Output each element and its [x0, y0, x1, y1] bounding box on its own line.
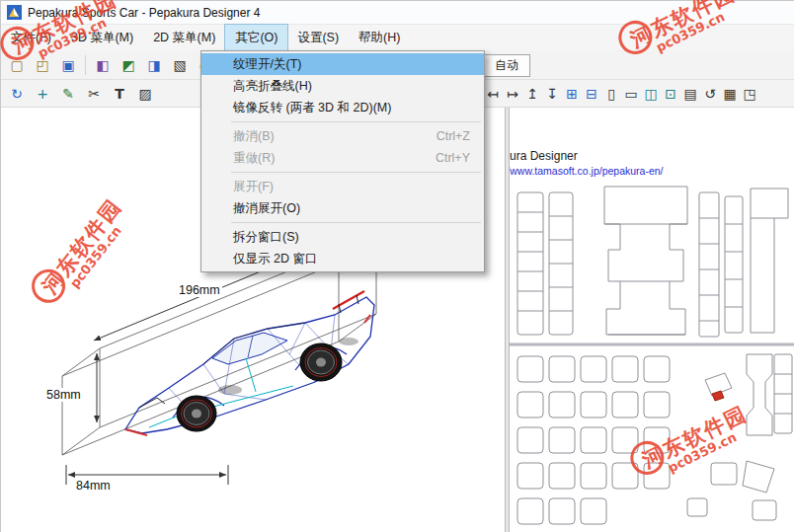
- 2d-viewport[interactable]: Pepakura Designer http://www.tamasoft.co…: [510, 108, 794, 532]
- remove-flap-icon[interactable]: ⊟: [582, 82, 601, 106]
- menu-item-label: 撤消(B): [233, 128, 275, 145]
- app-window: Pepakura Sports Car - Pepakura Designer …: [0, 0, 794, 532]
- pan-view-icon[interactable]: +: [31, 82, 54, 106]
- dim-length-label: 196mm: [177, 283, 222, 297]
- menu-item-label: 拆分窗口(S): [233, 229, 299, 246]
- wireframe-view-icon[interactable]: ◨: [142, 53, 166, 77]
- text-tool-icon[interactable]: T: [108, 82, 131, 106]
- sheet-portrait-icon[interactable]: ▯: [601, 82, 621, 106]
- cube-view-icon[interactable]: ▧: [168, 53, 192, 77]
- menu-item-label: 展开(F): [233, 179, 274, 195]
- toolbar-separator: [85, 55, 86, 75]
- align-right-icon[interactable]: ↦: [503, 82, 522, 106]
- menu-item-settings[interactable]: 设置(S): [287, 25, 349, 50]
- texture-view-icon[interactable]: ◧: [91, 53, 115, 77]
- menu-item-help[interactable]: 帮助(H): [349, 25, 410, 50]
- window-title: Pepakura Sports Car - Pepakura Designer …: [28, 6, 260, 20]
- pattern-url-text: http://www.tamasoft.co.jp/pepakura-en/: [510, 165, 664, 177]
- menu-bar: 文件(F) 3D 菜单(M) 2D 菜单(M) 其它(O) 设置(S) 帮助(H…: [1, 25, 794, 51]
- fit-page-icon[interactable]: ◳: [740, 82, 759, 106]
- menu-item-unfold[interactable]: 展开(F): [201, 176, 484, 197]
- toolbar-2d-group: ↤ ↦ ↥ ↧ ⊞ ⊟ ▯ ▭ ◫ ⊡ ▤ ↺ ▦ ◳: [483, 82, 759, 106]
- align-top-icon[interactable]: ↥: [522, 82, 542, 106]
- align-bottom-icon[interactable]: ↧: [542, 82, 562, 106]
- shaded-view-icon[interactable]: ◩: [117, 53, 140, 77]
- menu-item-redo[interactable]: 重做(R) Ctrl+Y: [201, 147, 484, 169]
- rotate-piece-icon[interactable]: ↺: [700, 82, 720, 106]
- menu-item-shortcut: Ctrl+Z: [417, 129, 470, 143]
- image-tool-icon[interactable]: ▨: [133, 82, 157, 106]
- auto-layout-button[interactable]: 自动: [483, 54, 530, 77]
- align-left-icon[interactable]: ↤: [483, 82, 503, 106]
- menu-item-others[interactable]: 其它(O): [225, 25, 287, 50]
- menu-item-label: 高亮折叠线(H): [233, 78, 312, 95]
- menu-item-undo-unfold[interactable]: 撤消展开(O): [201, 197, 484, 219]
- dim-height-label: 58mm: [44, 388, 83, 402]
- app-icon: [7, 5, 22, 20]
- menu-item-texture-toggle[interactable]: 纹理开/关(T): [201, 53, 484, 75]
- menu-separator: [231, 172, 481, 173]
- title-bar: Pepakura Sports Car - Pepakura Designer …: [1, 1, 794, 25]
- menu-separator: [231, 121, 481, 122]
- menu-item-undo[interactable]: 撤消(B) Ctrl+Z: [201, 125, 484, 147]
- menu-item-2d-only[interactable]: 仅显示 2D 窗口: [201, 248, 484, 269]
- open-file-icon[interactable]: ◰: [31, 53, 54, 77]
- save-file-icon[interactable]: ▣: [56, 53, 80, 77]
- grid-icon[interactable]: ▦: [720, 82, 740, 106]
- new-file-icon[interactable]: ▢: [5, 53, 29, 77]
- menu-item-2d-menu[interactable]: 2D 菜单(M): [143, 25, 225, 50]
- sheet-landscape-icon[interactable]: ▭: [621, 82, 641, 106]
- menu-item-label: 重做(R): [233, 150, 275, 167]
- menu-item-shortcut: Ctrl+Y: [416, 151, 470, 165]
- menu-item-label: 纹理开/关(T): [233, 56, 301, 73]
- dim-width-label: 84mm: [74, 479, 113, 493]
- menu-item-label: 镜像反转 (两者 3D 和 2D)(M): [233, 100, 391, 116]
- arrange-pieces-icon[interactable]: ▤: [680, 82, 700, 106]
- scissors-tool-icon[interactable]: ✂: [82, 82, 106, 106]
- menu-item-label: 仅显示 2D 窗口: [233, 251, 317, 267]
- pen-tool-icon[interactable]: ✎: [56, 82, 80, 106]
- join-piece-icon[interactable]: ⊡: [661, 82, 680, 106]
- add-flap-icon[interactable]: ⊞: [562, 82, 582, 106]
- rotate-view-icon[interactable]: ↻: [5, 82, 29, 106]
- menu-item-3d-menu[interactable]: 3D 菜单(M): [61, 25, 143, 50]
- menu-separator: [231, 222, 481, 223]
- menu-item-split-window[interactable]: 拆分窗口(S): [201, 226, 484, 248]
- menu-item-mirror-invert[interactable]: 镜像反转 (两者 3D 和 2D)(M): [201, 97, 484, 118]
- pattern-brand-text: Pepakura Designer: [510, 149, 578, 163]
- menu-item-label: 撤消展开(O): [233, 200, 300, 217]
- others-dropdown-menu: 纹理开/关(T) 高亮折叠线(H) 镜像反转 (两者 3D 和 2D)(M) 撤…: [200, 50, 485, 272]
- split-piece-icon[interactable]: ◫: [641, 82, 661, 106]
- menu-item-highlight-foldlines[interactable]: 高亮折叠线(H): [201, 75, 484, 97]
- menu-item-file[interactable]: 文件(F): [1, 25, 61, 50]
